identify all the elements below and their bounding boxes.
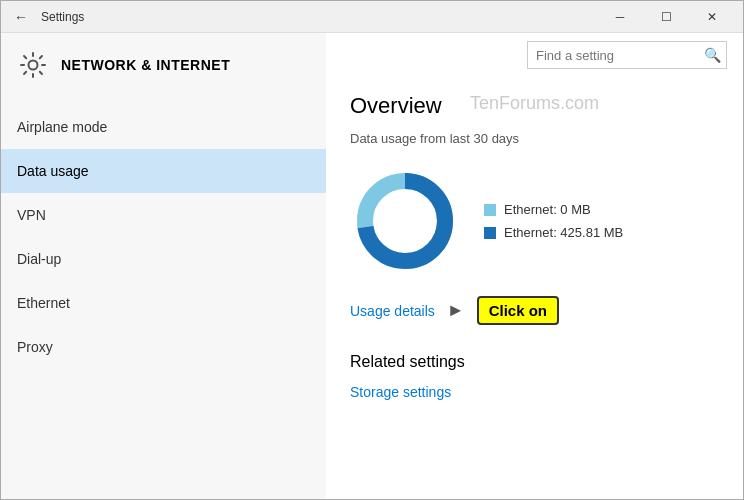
legend-dot-1	[484, 227, 496, 239]
titlebar: ← Settings ─ ☐ ✕	[1, 1, 743, 33]
storage-settings-link[interactable]: Storage settings	[350, 384, 451, 400]
top-bar: 🔍	[326, 33, 743, 77]
panel-content: TenForums.com Overview Data usage from l…	[326, 77, 743, 417]
search-input[interactable]	[536, 48, 704, 63]
sidebar-item-dial-up[interactable]: Dial-up	[1, 237, 326, 281]
donut-chart	[350, 166, 460, 276]
arrow-icon: ►	[447, 300, 465, 321]
window-controls: ─ ☐ ✕	[597, 1, 735, 33]
maximize-button[interactable]: ☐	[643, 1, 689, 33]
svg-point-0	[29, 61, 38, 70]
usage-link-row: Usage details ► Click on	[350, 296, 719, 325]
sidebar-item-ethernet[interactable]: Ethernet	[1, 281, 326, 325]
legend-dot-0	[484, 204, 496, 216]
sidebar-item-data-usage[interactable]: Data usage	[1, 149, 326, 193]
search-icon: 🔍	[704, 47, 721, 63]
gear-icon	[17, 49, 49, 81]
legend-item-1: Ethernet: 425.81 MB	[484, 225, 623, 240]
related-settings-title: Related settings	[350, 353, 719, 371]
minimize-button[interactable]: ─	[597, 1, 643, 33]
legend: Ethernet: 0 MB Ethernet: 425.81 MB	[484, 202, 623, 240]
sidebar-item-proxy[interactable]: Proxy	[1, 325, 326, 369]
sidebar-nav: Airplane mode Data usage VPN Dial-up Eth…	[1, 105, 326, 369]
chart-legend-row: Ethernet: 0 MB Ethernet: 425.81 MB	[350, 166, 719, 276]
window-title: Settings	[41, 10, 597, 24]
main-panel: 🔍 TenForums.com Overview Data usage from…	[326, 33, 743, 499]
sidebar-item-airplane[interactable]: Airplane mode	[1, 105, 326, 149]
sidebar-title: NETWORK & INTERNET	[61, 57, 230, 73]
search-box[interactable]: 🔍	[527, 41, 727, 69]
legend-label-0: Ethernet: 0 MB	[504, 202, 591, 217]
legend-label-1: Ethernet: 425.81 MB	[504, 225, 623, 240]
svg-point-3	[377, 193, 433, 249]
data-usage-subtitle: Data usage from last 30 days	[350, 131, 719, 146]
sidebar-item-vpn[interactable]: VPN	[1, 193, 326, 237]
legend-item-0: Ethernet: 0 MB	[484, 202, 623, 217]
close-button[interactable]: ✕	[689, 1, 735, 33]
content-area: NETWORK & INTERNET Airplane mode Data us…	[1, 33, 743, 499]
sidebar: NETWORK & INTERNET Airplane mode Data us…	[1, 33, 326, 499]
usage-details-link[interactable]: Usage details	[350, 303, 435, 319]
sidebar-header: NETWORK & INTERNET	[1, 33, 326, 97]
window: ← Settings ─ ☐ ✕ NETWORK & INTERNET Airp…	[0, 0, 744, 500]
back-button[interactable]: ←	[9, 5, 33, 29]
click-on-badge: Click on	[477, 296, 559, 325]
overview-title: Overview	[350, 93, 719, 119]
